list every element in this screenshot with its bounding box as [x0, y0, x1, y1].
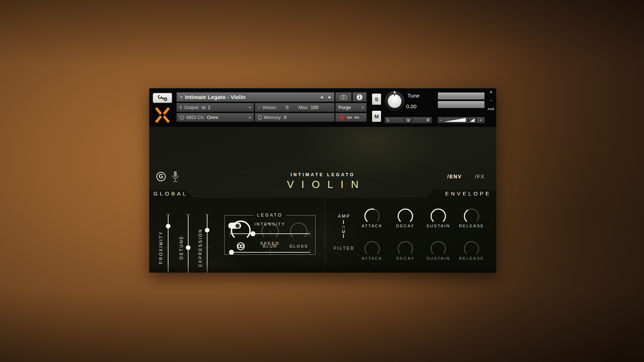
wrench-icon: [157, 95, 168, 101]
prev-instrument-button[interactable]: ◀: [320, 95, 323, 99]
filter-decay-knob[interactable]: [397, 241, 413, 257]
tick: [166, 214, 171, 214]
filter-sustain-label: SUSTAIN: [422, 256, 454, 261]
midi-caret-icon[interactable]: ▾: [249, 116, 251, 119]
tune-value[interactable]: 0.00: [406, 102, 435, 110]
midi-value: Omni: [207, 115, 218, 120]
tick: [186, 214, 191, 214]
proximity-slider-handle[interactable]: [166, 224, 171, 228]
voices-label: Voices:: [262, 105, 277, 110]
blend-knob[interactable]: [229, 219, 252, 242]
pan-center-handle[interactable]: [404, 117, 412, 123]
global-section-header: GLOBAL: [153, 190, 188, 197]
connector-line: [343, 234, 344, 238]
midi-channel-selector[interactable]: MIDI Ch: Omni ▾: [176, 113, 254, 122]
tune-label: Tune: [408, 93, 420, 99]
pan-left-label: L: [387, 118, 389, 122]
purge-all-icon[interactable]: [338, 114, 345, 121]
volume-minus[interactable]: −: [440, 118, 442, 122]
filter-sustain-knob[interactable]: [430, 241, 446, 257]
cup-icon: ∪: [340, 229, 347, 234]
envelope-section-header: ENVELOPE: [445, 190, 491, 197]
filter-release-label: RELEASE: [455, 256, 488, 261]
env-group-filter[interactable]: FILTER: [328, 246, 360, 251]
filter-decay-label: DECAY: [389, 256, 421, 261]
expression-slider[interactable]: [207, 214, 208, 273]
info-icon: [356, 94, 363, 100]
legato-title: LEGATO: [254, 213, 287, 218]
volume-plus-cell[interactable]: +: [476, 117, 485, 123]
desktop-background: ▼ Intimate Legato - Violin ◀ ▶: [0, 0, 644, 362]
amp-decay-label: DECAY: [389, 224, 421, 228]
mute-button[interactable]: M: [372, 110, 381, 122]
tune-knob[interactable]: [385, 91, 405, 111]
output-selector[interactable]: € Output: st. 1 ▾: [176, 103, 254, 112]
amp-attack-knob[interactable]: [364, 208, 380, 224]
amp-release-knob[interactable]: [464, 208, 479, 224]
kontakt-plugin-window: ▼ Intimate Legato - Violin ◀ ▶: [149, 88, 496, 273]
tick: [310, 231, 311, 236]
gloss-knob[interactable]: [289, 221, 309, 241]
solo-button[interactable]: S: [372, 93, 381, 105]
speed-slider[interactable]: [230, 252, 310, 253]
detune-slider-handle[interactable]: [186, 245, 191, 250]
voices-value: 0: [286, 105, 288, 110]
volume-slider[interactable]: − +: [438, 117, 485, 123]
purge-caret-icon[interactable]: ▾: [362, 106, 364, 109]
purge-label: Purge: [338, 105, 351, 110]
proximity-label: PROXIMITY: [158, 214, 164, 273]
instrument-title-bar[interactable]: ▼ Intimate Legato - Violin ◀ ▶: [176, 92, 335, 102]
proximity-slider[interactable]: [168, 214, 169, 273]
speed-slider-handle[interactable]: [229, 250, 234, 255]
filter-attack-knob[interactable]: [364, 241, 380, 257]
voices-icon: ♪: [258, 105, 260, 110]
purge-menu[interactable]: Purge ▾: [335, 103, 367, 112]
output-caret-icon[interactable]: ▾: [249, 106, 251, 109]
pan-left-cell[interactable]: L: [385, 117, 404, 123]
instrument-dropdown-icon[interactable]: ▼: [180, 95, 183, 99]
snapshot-camera-button[interactable]: [335, 92, 352, 102]
filter-release-knob[interactable]: [464, 241, 479, 257]
voices-display: ♪ Voices: 0 Max: 150: [255, 103, 335, 112]
info-button[interactable]: [352, 92, 367, 102]
max-label: Max:: [298, 105, 308, 110]
close-icon[interactable]: ✕: [486, 90, 496, 95]
volume-ramp-cell[interactable]: −: [438, 117, 468, 123]
aux-button[interactable]: aux: [486, 107, 496, 111]
detune-slider[interactable]: [188, 214, 189, 273]
output-icon: €: [180, 105, 182, 110]
amp-release-label: RELEASE: [455, 224, 488, 228]
tab-fx[interactable]: /FX: [475, 174, 485, 179]
pan-right-cell[interactable]: R: [412, 117, 432, 123]
gloss-label: GLOSS: [284, 244, 313, 248]
env-group-connector[interactable]: ∩ ∪: [340, 220, 347, 238]
amp-sustain-knob[interactable]: [430, 208, 446, 224]
tune-knob-pointer: [394, 93, 395, 96]
output-value: st. 1: [201, 105, 210, 110]
purge-indicator-bar: [354, 116, 359, 119]
midi-icon: [180, 115, 184, 120]
pan-slider[interactable]: L R: [385, 117, 432, 123]
amp-attack-label: ATTACK: [356, 224, 388, 228]
amp-decay-knob[interactable]: [397, 208, 413, 224]
camera-icon: [340, 95, 347, 100]
volume-handle-icon: [470, 118, 475, 122]
tick: [270, 250, 270, 255]
expression-slider-handle[interactable]: [205, 228, 210, 232]
env-group-amp[interactable]: AMP: [328, 214, 360, 219]
blur-knob[interactable]: [260, 221, 280, 241]
next-instrument-button[interactable]: ▶: [328, 95, 331, 99]
midi-label: MIDI Ch:: [186, 115, 205, 120]
minimize-icon[interactable]: −: [486, 98, 496, 103]
edit-wrench-button[interactable]: [153, 93, 172, 103]
level-meter-left: [438, 92, 485, 100]
expression-label: EXPRESSION: [198, 214, 203, 273]
purge-status-cell: [335, 113, 367, 122]
instrument-name: VIOLIN: [149, 179, 496, 190]
volume-plus: +: [479, 118, 482, 122]
max-value: 150: [311, 105, 318, 110]
tab-env[interactable]: /ENV: [447, 174, 462, 179]
tick: [205, 248, 210, 248]
volume-handle[interactable]: [468, 117, 476, 123]
purge-indicator-bar: [347, 116, 352, 119]
